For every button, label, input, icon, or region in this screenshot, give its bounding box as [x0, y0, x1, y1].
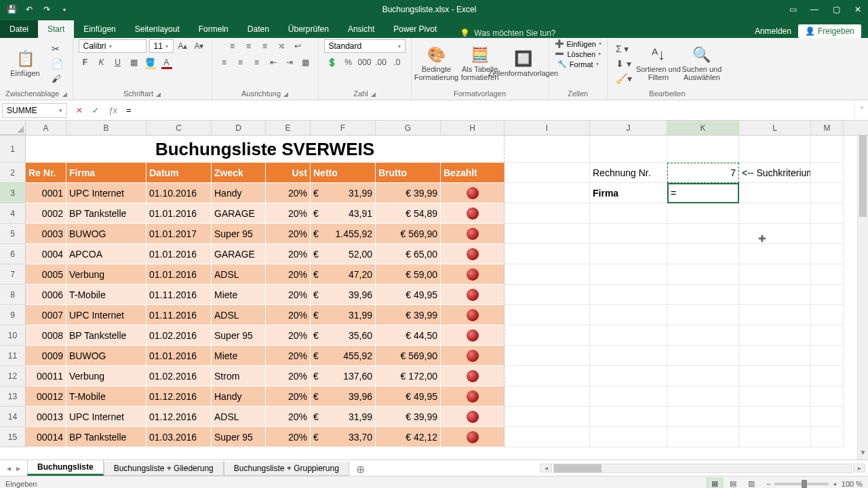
col-header-D[interactable]: D	[212, 121, 266, 135]
cell-re[interactable]: 0009	[26, 346, 66, 366]
cell-datum[interactable]: 01.02.2016	[146, 325, 212, 346]
cell[interactable]	[667, 407, 739, 427]
row-header-14[interactable]: 14	[0, 407, 26, 427]
cells-insert-button[interactable]: ➕Einfügen▾	[555, 39, 601, 48]
cell-ust[interactable]: 20%	[266, 386, 311, 407]
cell[interactable]	[505, 224, 590, 244]
cell-re[interactable]: 0006	[26, 285, 66, 305]
row-header-2[interactable]: 2	[0, 163, 26, 183]
inc-decimal-icon[interactable]: .00	[374, 56, 388, 69]
cell-netto[interactable]: €43,91	[311, 203, 376, 224]
col-header-J[interactable]: J	[590, 121, 667, 135]
cell[interactable]	[590, 203, 667, 224]
lookup-rechnung-value[interactable]: 7	[667, 163, 739, 183]
cell[interactable]	[667, 325, 739, 346]
cell[interactable]	[811, 264, 844, 285]
cell[interactable]	[811, 285, 844, 305]
cell-bezahlt[interactable]	[441, 366, 505, 386]
cell-bezahlt[interactable]	[441, 285, 505, 305]
horizontal-scrollbar[interactable]	[553, 464, 852, 473]
cell-datum[interactable]: 01.01.2016	[146, 244, 212, 264]
cell-firma[interactable]: BP Tankstelle	[66, 427, 146, 447]
col-header-I[interactable]: I	[505, 121, 590, 135]
th-zweck[interactable]: Zweck	[212, 163, 266, 183]
cell[interactable]	[739, 183, 811, 203]
cell-zweck[interactable]: Miete	[212, 285, 266, 305]
cell[interactable]	[739, 407, 811, 427]
fill-down-icon[interactable]: ⬇ ▾	[613, 57, 635, 70]
tab-insert[interactable]: Einfügen	[74, 20, 125, 38]
cell-datum[interactable]: 01.01.2016	[146, 264, 212, 285]
cell-ust[interactable]: 20%	[266, 346, 311, 366]
cell[interactable]	[739, 224, 811, 244]
cell[interactable]	[667, 386, 739, 407]
active-cell-k3[interactable]: =	[667, 183, 739, 203]
cell-netto[interactable]: €39,96	[311, 285, 376, 305]
col-header-K[interactable]: K	[667, 121, 739, 135]
row-header-3[interactable]: 3	[0, 183, 26, 203]
lookup-hint[interactable]: <-- Suchkriterium	[739, 163, 811, 183]
minimize-icon[interactable]: —	[804, 0, 825, 19]
tab-powerpivot[interactable]: Power Pivot	[384, 20, 446, 38]
cell[interactable]	[739, 325, 811, 346]
cell-netto[interactable]: €35,60	[311, 325, 376, 346]
cell-re[interactable]: 00014	[26, 427, 66, 447]
hscroll-thumb[interactable]	[554, 464, 601, 472]
cell-bezahlt[interactable]	[441, 427, 505, 447]
cell-firma[interactable]: T-Mobile	[66, 285, 146, 305]
cell-re[interactable]: 0005	[26, 264, 66, 285]
cell-zweck[interactable]: Strom	[212, 366, 266, 386]
cell-firma[interactable]: APCOA	[66, 244, 146, 264]
maximize-icon[interactable]: ▢	[826, 0, 846, 19]
zoom-slider[interactable]	[774, 483, 829, 485]
cell[interactable]	[590, 346, 667, 366]
col-header-G[interactable]: G	[376, 121, 441, 135]
cell-bezahlt[interactable]	[441, 407, 505, 427]
scroll-thumb[interactable]	[859, 136, 867, 217]
cell-netto[interactable]: €31,99	[311, 183, 376, 203]
cell-ust[interactable]: 20%	[266, 366, 311, 386]
scroll-down-icon[interactable]: ▼	[858, 449, 868, 460]
cell[interactable]	[590, 224, 667, 244]
cell[interactable]	[590, 407, 667, 427]
cell-brutto[interactable]: € 42,12	[376, 427, 441, 447]
cell-zweck[interactable]: Super 95	[212, 325, 266, 346]
cell-brutto[interactable]: € 39,99	[376, 407, 441, 427]
cell-datum[interactable]: 01.11.2016	[146, 285, 212, 305]
cell-brutto[interactable]: € 569,90	[376, 346, 441, 366]
col-header-B[interactable]: B	[66, 121, 146, 135]
autosum-icon[interactable]: Σ ▾	[613, 42, 635, 56]
tab-data[interactable]: Daten	[238, 20, 279, 38]
cell[interactable]	[739, 305, 811, 325]
cell-netto[interactable]: €1.455,92	[311, 224, 376, 244]
cell[interactable]	[811, 136, 844, 163]
cell-brutto[interactable]: € 39,99	[376, 183, 441, 203]
page-break-view-icon[interactable]: ▥	[743, 478, 760, 489]
cell-zweck[interactable]: Miete	[212, 346, 266, 366]
cell[interactable]	[505, 244, 590, 264]
cell-netto[interactable]: €47,20	[311, 264, 376, 285]
bold-button[interactable]: F	[79, 56, 92, 69]
cell-brutto[interactable]: € 49,95	[376, 285, 441, 305]
sheet-title[interactable]: Buchungsliste SVERWEIS	[26, 136, 505, 163]
cell-re[interactable]: 00011	[26, 366, 66, 386]
ribbon-display-icon[interactable]: ▭	[783, 0, 803, 19]
font-color-icon[interactable]: A	[160, 56, 174, 69]
hscroll-right-icon[interactable]: ▸	[853, 464, 865, 472]
tab-review[interactable]: Überprüfen	[279, 20, 338, 38]
hscroll-left-icon[interactable]: ◂	[540, 464, 552, 472]
tab-file[interactable]: Datei	[0, 20, 38, 38]
cell-netto[interactable]: €31,99	[311, 305, 376, 325]
cell-firma[interactable]: UPC Internet	[66, 407, 146, 427]
cell-zweck[interactable]: GARAGE	[212, 203, 266, 224]
sheet-tab-3[interactable]: Buchungsliste + Gruppierung	[224, 462, 349, 476]
cell-zweck[interactable]: Super 95	[212, 427, 266, 447]
font-size-combo[interactable]: 11▾	[149, 39, 174, 53]
zoom-in-icon[interactable]: +	[833, 480, 837, 488]
cell[interactable]	[811, 366, 844, 386]
tell-me[interactable]: 💡 Was möchten Sie tun?	[446, 28, 755, 38]
cell-bezahlt[interactable]	[441, 203, 505, 224]
th-bezahlt[interactable]: Bezahlt	[441, 163, 505, 183]
lookup-rechnung-label[interactable]: Rechnung Nr.	[590, 163, 667, 183]
copy-icon[interactable]: 📄	[49, 57, 66, 70]
